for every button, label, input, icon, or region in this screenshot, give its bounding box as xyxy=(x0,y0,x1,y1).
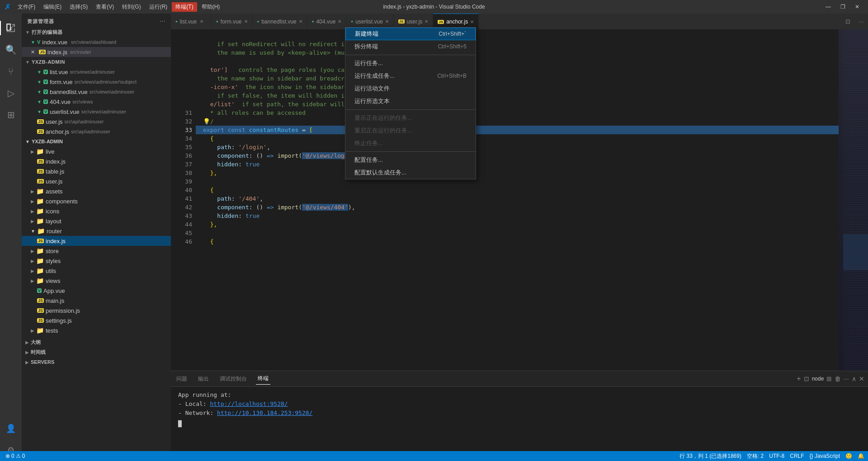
activity-run[interactable]: ▷ xyxy=(0,82,22,104)
terminal-tab-output[interactable]: 输出 xyxy=(196,373,211,385)
tabs-more-button[interactable]: ··· xyxy=(854,14,868,29)
tree-folder-views[interactable]: ▶ 📁 views xyxy=(22,276,171,286)
menu-item-configure-tasks[interactable]: 配置任务... xyxy=(345,154,476,166)
activity-explorer[interactable]: ⎘ xyxy=(0,17,22,39)
menu-item-run-selected[interactable]: 运行所选文本 xyxy=(345,95,476,108)
tree-file-permissionjs[interactable]: JS permission.js xyxy=(22,306,171,315)
activity-account[interactable]: 👤 xyxy=(0,418,22,439)
menu-view[interactable]: 查看(V) xyxy=(92,2,118,12)
tree-folder-styles[interactable]: ▶ 📁 styles xyxy=(22,256,171,266)
status-spaces[interactable]: 空格: 2 xyxy=(747,452,764,460)
tree-item-formvue[interactable]: ▼ V form.vue src\views\adminuser\subject xyxy=(22,77,171,87)
terminal-link-local[interactable]: http://localhost:9528/ xyxy=(210,400,288,407)
menu-item-split-terminal[interactable]: 拆分终端 Ctrl+Shift+5 xyxy=(345,40,476,53)
sidebar-title: 资源管理器 xyxy=(27,18,54,25)
code-content[interactable]: if set noRedirect will no redirect in th… xyxy=(196,29,839,371)
tab-close-icon[interactable]: ✕ xyxy=(385,19,389,24)
terminal-up-button[interactable]: ∧ xyxy=(852,375,856,382)
tab-close-icon[interactable]: ✕ xyxy=(200,19,203,24)
menu-goto[interactable]: 转到(G) xyxy=(118,2,144,12)
open-editor-item-indexvue[interactable]: ▼ V index.vue src\views\dashboard xyxy=(22,37,171,47)
tree-file-router-indexjs[interactable]: JS index.js xyxy=(22,236,171,246)
tab-close-icon[interactable]: ✕ xyxy=(338,19,341,24)
terminal-split-button[interactable]: ⊡ xyxy=(804,375,809,382)
activity-extensions[interactable]: ⊞ xyxy=(0,104,22,126)
tree-folder-store[interactable]: ▶ 📁 store xyxy=(22,246,171,256)
filename-tablejs: table.js xyxy=(46,168,64,175)
terminal-trash-button[interactable]: 🗑 xyxy=(835,375,841,382)
terminal-tab-debug[interactable]: 调试控制台 xyxy=(218,373,249,385)
tab-close-icon[interactable]: ✕ xyxy=(470,19,474,24)
tree-file-appvue[interactable]: V App.vue xyxy=(22,286,171,296)
menu-select[interactable]: 选择(S) xyxy=(66,2,91,12)
terminal-tab-issues[interactable]: 问题 xyxy=(175,373,189,385)
menu-terminal[interactable]: 终端(T) xyxy=(172,2,197,12)
menu-item-run-task[interactable]: 运行任务... xyxy=(345,57,476,70)
menu-item-run-build-task[interactable]: 运行生成任务... Ctrl+Shift+B xyxy=(345,70,476,82)
tabs-split-button[interactable]: ⊡ xyxy=(841,14,854,29)
tree-folder-utils[interactable]: ▶ 📁 utils xyxy=(22,266,171,276)
window-close-button[interactable]: ✕ xyxy=(851,2,863,11)
menu-edit[interactable]: 编辑(E) xyxy=(40,2,65,12)
menu-item-configure-default-build[interactable]: 配置默认生成任务... xyxy=(345,166,476,179)
tree-folder-live[interactable]: ▶ 📁 live xyxy=(22,146,171,156)
tree-item-404vue[interactable]: ▼ V 404.vue src\views xyxy=(22,97,171,107)
code-editor: 31 32 33 34 35 36 37 38 39 40 41 42 43 4… xyxy=(171,29,868,371)
status-encoding[interactable]: UTF-8 xyxy=(769,453,784,459)
status-position[interactable]: 行 33，列 1 (已选择1869) xyxy=(679,452,741,460)
outline-section-header[interactable]: ▶ 大纲 xyxy=(22,337,171,347)
tab-404vue[interactable]: ● 404.vue ✕ xyxy=(307,14,347,29)
open-editor-item-indexjs[interactable]: ✕ JS index.js src\router xyxy=(22,47,171,57)
menu-item-new-terminal[interactable]: 新建终端 Ctrl+Shift+` xyxy=(345,28,476,40)
tree-folder-assets[interactable]: ▶ 📁 assets xyxy=(22,186,171,196)
menu-run[interactable]: 运行(R) xyxy=(146,2,171,12)
window-restore-button[interactable]: ❐ xyxy=(836,2,849,11)
timeline-section-header[interactable]: ▶ 时间线 xyxy=(22,347,171,357)
terminal-close-button[interactable]: ✕ xyxy=(859,375,864,382)
tab-listvue[interactable]: ● list.vue ✕ xyxy=(171,14,212,29)
window-minimize-button[interactable]: — xyxy=(822,2,835,11)
tab-bannedlistvue[interactable]: ● bannedlist.vue ✕ xyxy=(253,14,307,29)
terminal-layout-button[interactable]: ⊞ xyxy=(826,375,832,382)
tree-folder-tests[interactable]: ▶ 📁 tests xyxy=(22,325,171,335)
terminal-tab-terminal[interactable]: 终端 xyxy=(256,373,270,385)
activity-source-control[interactable]: ⑂ xyxy=(0,61,22,82)
tree-folder-router[interactable]: ▼ 📁 router xyxy=(22,226,171,236)
servers-section-header[interactable]: ▶ SERVERS xyxy=(22,357,171,367)
tab-formvue[interactable]: ● form.vue ✕ xyxy=(212,14,253,29)
sidebar-more-button[interactable]: ··· xyxy=(160,17,165,25)
tree-file-settingsjs[interactable]: JS settings.js xyxy=(22,315,171,325)
tab-close-icon[interactable]: ✕ xyxy=(425,19,428,24)
status-language[interactable]: {} JavaScript xyxy=(810,453,840,459)
terminal-content[interactable]: App running at: - Local: http://localhos… xyxy=(171,387,868,461)
close-icon[interactable]: ✕ xyxy=(31,49,37,55)
tree-file-mainjs[interactable]: JS main.js xyxy=(22,296,171,306)
terminal-add-button[interactable]: + xyxy=(797,375,801,383)
project-header[interactable]: ▼ YXZB-ADMIN xyxy=(22,57,171,67)
tab-close-icon[interactable]: ✕ xyxy=(299,19,302,24)
terminal-link-network[interactable]: http://10.130.184.253:9528/ xyxy=(217,409,312,416)
status-line-ending[interactable]: CRLF xyxy=(790,453,804,459)
tree-file-indexjs-root[interactable]: JS index.js xyxy=(22,156,171,166)
project-name-header[interactable]: ▼ YXZB-ADMIN xyxy=(22,136,171,146)
tree-item-bannedlistvue[interactable]: ▼ V bannedlist.vue src\views\adminuser xyxy=(22,87,171,97)
tree-item-userjs[interactable]: JS user.js src\api\adminuser xyxy=(22,117,171,127)
status-bell[interactable]: 🔔 xyxy=(858,453,864,459)
tree-item-userlistvue[interactable]: ▼ V userlist.vue src\views\adminuser xyxy=(22,107,171,117)
tree-file-tablejs[interactable]: JS table.js xyxy=(22,166,171,176)
terminal-more-button[interactable]: ··· xyxy=(844,375,849,382)
menu-help[interactable]: 帮助(H) xyxy=(198,2,224,12)
tree-item-listvue[interactable]: ▼ V list.vue src\views\adminuser xyxy=(22,67,171,77)
open-editors-header[interactable]: ▼ 打开的编辑器 xyxy=(22,27,171,37)
tree-file-userjs-root[interactable]: JS user.js xyxy=(22,176,171,186)
status-feedback[interactable]: 🙂 xyxy=(845,453,852,459)
tab-close-icon[interactable]: ✕ xyxy=(244,19,248,24)
status-errors[interactable]: ⊗ 0 ⚠ 0 xyxy=(4,453,27,459)
tree-folder-layout[interactable]: ▶ 📁 layout xyxy=(22,216,171,226)
menu-file[interactable]: 文件(F) xyxy=(14,2,39,12)
tree-folder-components[interactable]: ▶ 📁 components xyxy=(22,196,171,206)
tree-item-anchorjs[interactable]: JS anchor.js src\api\adminuser xyxy=(22,127,171,136)
activity-search[interactable]: 🔍 xyxy=(0,39,22,61)
tree-folder-icons[interactable]: ▶ 📁 icons xyxy=(22,206,171,216)
menu-item-run-active-file[interactable]: 运行活动文件 xyxy=(345,82,476,95)
